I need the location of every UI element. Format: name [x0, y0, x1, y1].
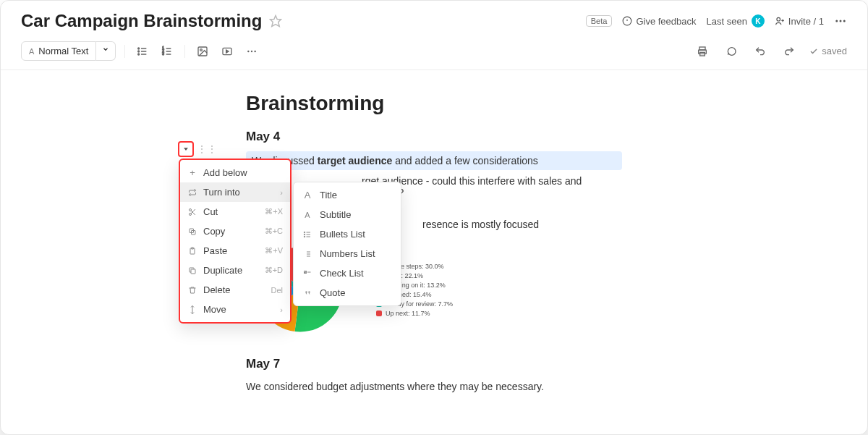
- comment-icon[interactable]: [723, 43, 740, 60]
- document[interactable]: Brainstorming May 4 We discussed target …: [231, 92, 637, 424]
- shortcut: Del: [271, 286, 283, 295]
- ctx-label-text: Turn into: [203, 187, 240, 198]
- chevron-right-icon: ›: [280, 305, 283, 314]
- redo-icon[interactable]: [780, 43, 798, 60]
- quote-icon: [302, 289, 312, 297]
- highlight-suffix: and added a few considerations: [392, 155, 538, 166]
- give-feedback-button[interactable]: Give feedback: [622, 16, 696, 27]
- svg-marker-30: [184, 148, 188, 151]
- ctx-label-text: Cut: [203, 206, 218, 217]
- text-style-caret-button[interactable]: [96, 41, 116, 61]
- toolbar-separator: [124, 45, 125, 58]
- submenu-label: Check List: [320, 268, 364, 279]
- ctx-turn-into[interactable]: Turn into ›: [180, 182, 290, 202]
- submenu-numbers[interactable]: Numbers List: [294, 244, 401, 263]
- submenu-title[interactable]: A Title: [294, 185, 401, 205]
- submenu-subtitle[interactable]: A Subtitle: [294, 205, 401, 224]
- undo-icon[interactable]: [752, 43, 769, 60]
- submenu-quote[interactable]: Quote: [294, 283, 401, 303]
- ctx-label-text: Add below: [203, 167, 247, 178]
- scissors-icon: [187, 208, 197, 216]
- more-toolbar-icon[interactable]: [243, 43, 260, 60]
- svg-point-25: [251, 50, 252, 51]
- plus-icon: +: [187, 167, 197, 178]
- doc-date-2: May 7: [246, 357, 622, 371]
- svg-point-2: [777, 17, 780, 21]
- checklist-icon: [302, 269, 312, 278]
- ctx-move[interactable]: Move ›: [180, 300, 290, 319]
- invite-label: Invite / 1: [788, 16, 824, 27]
- submenu-label: Numbers List: [320, 248, 375, 259]
- svg-point-5: [835, 20, 838, 22]
- ctx-copy[interactable]: Copy ⌘+C: [180, 221, 290, 241]
- bulleted-list-icon[interactable]: [134, 43, 151, 60]
- ctx-paste[interactable]: Paste ⌘+V: [180, 241, 290, 261]
- saved-status: saved: [809, 46, 847, 56]
- favorite-star-icon[interactable]: [269, 14, 282, 28]
- toolbar-left: A Normal Text 123: [21, 41, 260, 61]
- last-seen-label: Last seen: [706, 16, 746, 27]
- svg-point-32: [190, 213, 192, 215]
- more-menu-icon[interactable]: [834, 14, 847, 28]
- ctx-duplicate[interactable]: Duplicate ⌘+D: [180, 261, 290, 280]
- svg-point-13: [138, 54, 140, 55]
- avatar[interactable]: K: [752, 14, 765, 28]
- block-caret-button[interactable]: [178, 141, 194, 157]
- submenu-label: Quote: [320, 287, 345, 298]
- svg-marker-0: [271, 16, 281, 27]
- ctx-add-below[interactable]: +Add below: [180, 163, 290, 182]
- app-window: Car Campaign Brainstorming Beta Give fee…: [0, 0, 868, 435]
- submenu-label: Subtitle: [320, 209, 351, 220]
- submenu-label: Title: [320, 190, 337, 200]
- legend-item: Up next: 11.7%: [376, 310, 453, 317]
- beta-badge: Beta: [586, 15, 613, 27]
- clipboard-icon: [187, 247, 197, 255]
- svg-text:3: 3: [163, 52, 165, 56]
- doc-heading: Brainstorming: [246, 92, 622, 115]
- video-icon[interactable]: [218, 43, 236, 60]
- ctx-label-text: Copy: [203, 226, 225, 237]
- svg-point-26: [255, 50, 256, 51]
- ctx-delete[interactable]: Delete Del: [180, 280, 290, 300]
- highlighted-block[interactable]: We discussed target audience and added a…: [246, 151, 622, 170]
- ctx-label-text: Delete: [203, 284, 231, 295]
- svg-rect-39: [191, 269, 195, 274]
- transform-icon: [187, 188, 197, 197]
- trash-icon: [187, 286, 197, 295]
- numbered-list-icon[interactable]: 123: [158, 43, 176, 60]
- submenu-bullets[interactable]: Bullets List: [294, 224, 401, 244]
- shortcut: ⌘+X: [265, 207, 283, 216]
- subtitle-icon: A: [302, 211, 312, 219]
- svg-marker-23: [226, 50, 229, 53]
- svg-point-12: [138, 51, 140, 52]
- feedback-label: Give feedback: [636, 16, 696, 27]
- saved-label: saved: [822, 46, 847, 56]
- document-area: Brainstorming May 4 We discussed target …: [1, 70, 867, 424]
- ctx-label-text: Duplicate: [203, 265, 242, 276]
- title-icon: A: [302, 190, 312, 200]
- svg-point-46: [304, 236, 305, 237]
- submenu-checklist[interactable]: Check List: [294, 263, 401, 283]
- ctx-label-text: Paste: [203, 245, 227, 256]
- ctx-cut[interactable]: Cut ⌘+X: [180, 202, 290, 221]
- text-style-button[interactable]: A Normal Text: [21, 41, 96, 61]
- image-icon[interactable]: [194, 43, 211, 60]
- svg-point-45: [304, 234, 305, 235]
- turn-into-submenu: A Title A Subtitle Bullets List Numbers …: [293, 182, 401, 306]
- shortcut: ⌘+C: [265, 227, 283, 236]
- svg-point-21: [200, 48, 203, 51]
- print-icon[interactable]: [694, 43, 711, 60]
- numbers-icon: [302, 250, 312, 258]
- invite-button[interactable]: Invite / 1: [775, 16, 824, 27]
- copy-icon: [187, 227, 197, 236]
- shortcut: ⌘+D: [265, 266, 283, 275]
- text-style-label: Normal Text: [38, 46, 88, 56]
- svg-point-7: [843, 20, 846, 22]
- drag-handle-icon[interactable]: ⋮⋮: [195, 142, 218, 156]
- svg-point-31: [190, 208, 192, 211]
- toolbar: A Normal Text 123: [1, 37, 867, 70]
- svg-point-44: [304, 232, 305, 233]
- submenu-label: Bullets List: [320, 229, 365, 240]
- header-right: Beta Give feedback Last seen K Invite / …: [586, 14, 847, 28]
- move-icon: [187, 305, 197, 314]
